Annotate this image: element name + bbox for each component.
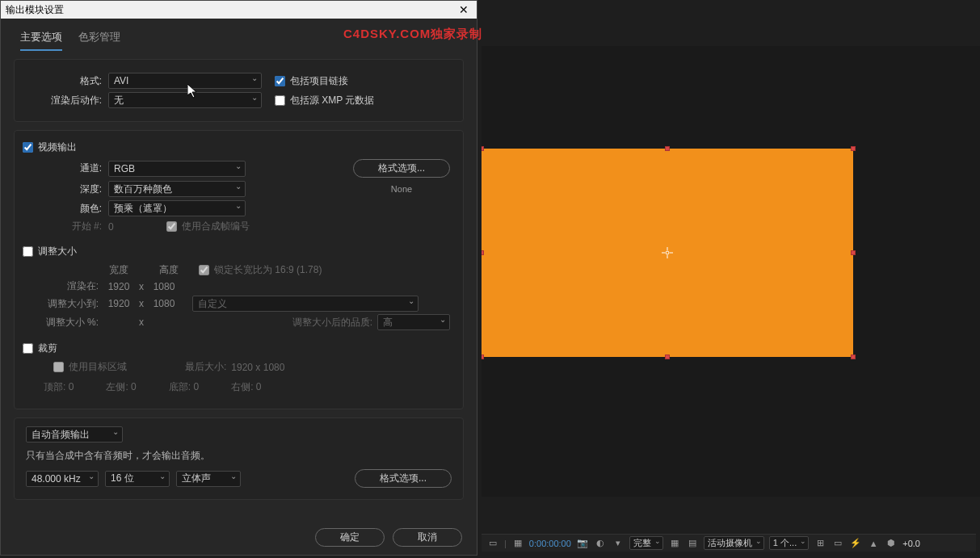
handle-top-right[interactable]: [851, 146, 856, 151]
color-label: 颜色:: [27, 202, 102, 216]
grid-icon[interactable]: ▦: [668, 537, 681, 550]
watermark-text: C4DSKY.COM独家录制: [343, 27, 482, 42]
resize-quality-dropdown: 高: [377, 314, 450, 330]
close-icon[interactable]: ✕: [456, 3, 472, 16]
lock-aspect-label: 锁定长宽比为 16:9 (1.78): [214, 263, 322, 277]
audio-channels-dropdown[interactable]: 立体声: [176, 471, 241, 487]
tab-color-management[interactable]: 色彩管理: [78, 30, 120, 51]
resize-checkbox[interactable]: [23, 246, 33, 257]
include-link-checkbox[interactable]: [275, 76, 285, 86]
solid-layer[interactable]: [482, 149, 853, 357]
viewer-status-bar: ▭ | ▦ 0:00:00:00 📷 ◐ ▾ 完整 ▦ ▤ 活动摄像机 1 个.…: [482, 534, 976, 552]
include-xmp-checkbox[interactable]: [275, 95, 285, 106]
final-size-value: 1920 x 1080: [231, 362, 284, 373]
handle-bot-mid[interactable]: [665, 355, 670, 359]
render-icon[interactable]: ⬢: [885, 537, 898, 550]
svg-point-0: [666, 251, 669, 254]
audio-format-options-button[interactable]: 格式选项...: [355, 469, 452, 488]
pixel-aspect-icon[interactable]: ▭: [831, 537, 844, 550]
resize-quality-label: 调整大小后的品质:: [292, 316, 372, 329]
format-panel: 格式: AVI 包括项目链接 渲染后动作: 无 包括源 XMP 元数据: [14, 59, 464, 122]
handle-mid-left[interactable]: [482, 250, 484, 255]
audio-output-dropdown[interactable]: 自动音频输出: [26, 426, 123, 443]
channel-label: 通道:: [27, 162, 102, 175]
handle-top-left[interactable]: [482, 146, 484, 151]
include-xmp-label: 包括源 XMP 元数据: [290, 94, 374, 107]
lock-aspect-checkbox: [199, 265, 209, 275]
handle-bot-left[interactable]: [482, 355, 484, 359]
resize-to-label: 调整大小到:: [27, 297, 99, 311]
handle-mid-right[interactable]: [851, 250, 856, 255]
timecode[interactable]: 0:00:00:00: [529, 539, 571, 548]
audio-help-text: 只有当合成中含有音频时，才会输出音频。: [26, 449, 452, 463]
include-link-label: 包括项目链接: [290, 74, 348, 88]
composition-viewer[interactable]: [482, 46, 980, 497]
use-target-label: 使用目标区域: [69, 360, 127, 374]
format-dropdown[interactable]: AVI: [108, 73, 262, 89]
bit-depth-dropdown[interactable]: 16 位: [105, 471, 170, 487]
toggle-alpha-icon[interactable]: ▦: [511, 537, 524, 550]
render-height: 1080: [149, 281, 179, 292]
magnify-icon[interactable]: ▭: [486, 537, 499, 550]
timeline-icon[interactable]: ▲: [867, 537, 880, 550]
resolution-dropdown[interactable]: 完整: [629, 536, 663, 550]
use-comp-num-label: 使用合成帧编号: [182, 220, 250, 233]
channel-icon[interactable]: ◐: [594, 537, 607, 550]
output-module-settings-dialog: 输出模块设置 ✕ 主要选项 色彩管理 格式: AVI 包括项目链接 渲染后动作:…: [0, 0, 477, 556]
width-header: 宽度: [103, 263, 134, 277]
channel-dropdown[interactable]: RGB: [108, 161, 246, 177]
mask-icon[interactable]: ▾: [612, 537, 625, 550]
exposure-value[interactable]: +0.0: [902, 539, 920, 548]
crop-checkbox[interactable]: [23, 343, 33, 354]
format-options-button[interactable]: 格式选项...: [353, 159, 450, 178]
ok-button[interactable]: 确定: [315, 528, 385, 547]
resize-pct-label: 调整大小 %:: [27, 316, 99, 329]
color-dropdown[interactable]: 预乘（遮罩）: [108, 200, 246, 216]
handle-top-mid[interactable]: [665, 146, 670, 151]
crop-label: 裁剪: [38, 342, 57, 355]
tab-main-options[interactable]: 主要选项: [20, 30, 62, 51]
fast-preview-icon[interactable]: ⚡: [849, 537, 862, 550]
snapshot-icon[interactable]: 📷: [576, 537, 589, 550]
resize-width: 1920: [103, 298, 134, 309]
video-output-label: 视频输出: [38, 141, 77, 154]
start-num-value: 0: [108, 221, 128, 233]
postrender-dropdown[interactable]: 无: [108, 92, 262, 108]
codec-none: None: [353, 184, 450, 194]
anchor-point-icon[interactable]: [662, 247, 673, 258]
postrender-label: 渲染后动作:: [27, 94, 102, 107]
use-comp-num-checkbox: [166, 221, 177, 232]
height-header: 高度: [154, 263, 184, 277]
cancel-button[interactable]: 取消: [393, 528, 462, 547]
views-dropdown[interactable]: 1 个...: [769, 536, 809, 550]
format-label: 格式:: [27, 74, 102, 88]
view-layout-icon[interactable]: ⊞: [814, 537, 826, 550]
camera-dropdown[interactable]: 活动摄像机: [704, 536, 764, 550]
handle-bot-right[interactable]: [851, 355, 856, 359]
sample-rate-dropdown[interactable]: 48.000 kHz: [26, 471, 99, 487]
dialog-buttons: 确定 取消: [315, 528, 462, 547]
dialog-title: 输出模块设置: [6, 3, 64, 17]
depth-label: 深度:: [27, 183, 102, 196]
video-output-panel: 视频输出 通道: RGB 格式选项... 深度: 数百万种颜色 None 颜色:…: [14, 130, 464, 409]
resize-preset-dropdown: 自定义: [192, 296, 418, 312]
start-num-label: 开始 #:: [27, 220, 102, 233]
audio-panel: 自动音频输出 只有当合成中含有音频时，才会输出音频。 48.000 kHz 16…: [14, 417, 464, 500]
render-width: 1920: [103, 281, 134, 292]
depth-dropdown[interactable]: 数百万种颜色: [108, 181, 246, 197]
use-target-checkbox: [53, 362, 64, 372]
title-bar[interactable]: 输出模块设置 ✕: [1, 1, 477, 19]
resize-height: 1080: [149, 298, 179, 309]
resize-label: 调整大小: [38, 245, 77, 258]
guides-icon[interactable]: ▤: [686, 537, 699, 550]
render-at-label: 渲染在:: [27, 279, 99, 293]
final-size-label: 最后大小:: [185, 360, 226, 374]
video-output-checkbox[interactable]: [23, 142, 33, 153]
